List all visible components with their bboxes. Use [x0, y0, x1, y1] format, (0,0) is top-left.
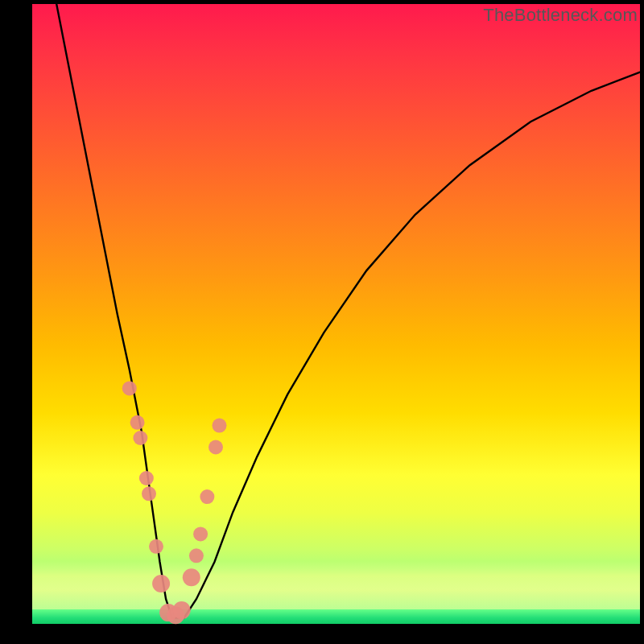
marker-dot: [189, 548, 204, 563]
chart-frame: TheBottleneck.com: [0, 0, 644, 644]
marker-dot: [193, 526, 208, 541]
marker-dot: [122, 381, 137, 395]
marker-dot: [139, 471, 154, 485]
highlighted-points: [122, 381, 227, 624]
marker-dot: [152, 575, 170, 592]
marker-dot: [208, 440, 223, 455]
plot-area: [32, 4, 640, 624]
marker-dot: [133, 431, 147, 445]
watermark-text: TheBottleneck.com: [483, 5, 638, 26]
marker-dot: [142, 486, 156, 501]
bottleneck-curve: [56, 4, 640, 617]
curve-layer: [32, 4, 640, 624]
marker-dot: [183, 568, 200, 586]
marker-dot: [149, 539, 163, 554]
marker-dot: [173, 601, 191, 619]
marker-dot: [200, 489, 214, 504]
marker-dot: [130, 415, 145, 430]
marker-dot: [213, 419, 227, 433]
